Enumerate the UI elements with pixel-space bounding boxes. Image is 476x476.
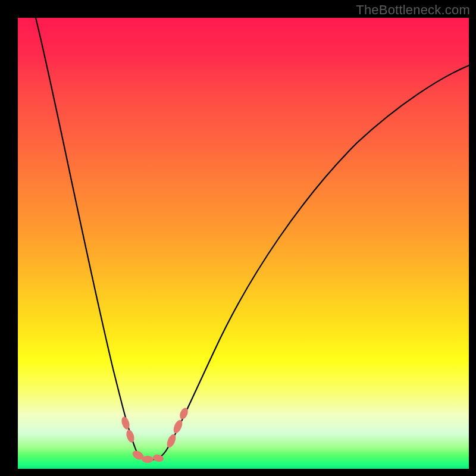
lobe-left-lower (125, 429, 136, 444)
watermark-text: TheBottleneck.com (356, 2, 470, 18)
lobe-right-1 (165, 433, 178, 449)
curve-layer (18, 18, 469, 469)
lobe-bottom-2 (142, 456, 154, 463)
lobe-left-upper (120, 416, 131, 431)
lobe-group (120, 406, 190, 463)
bottleneck-curve (36, 18, 469, 460)
chart-frame: TheBottleneck.com (0, 0, 476, 476)
plot-area (18, 18, 469, 469)
